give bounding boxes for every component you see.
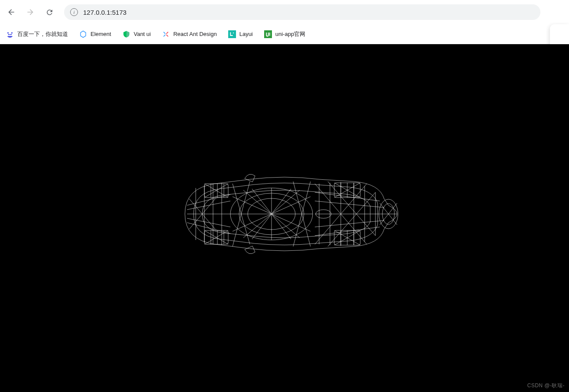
bookmark-label: uni-app官网 [275,30,305,38]
arrow-right-icon [26,8,35,16]
layui-icon [228,30,236,38]
forward-button[interactable] [23,4,38,20]
webgl-viewport[interactable]: CSDN @-耿瑞- [0,44,569,392]
bookmark-element[interactable]: Element [79,30,111,38]
browser-toolbar: i 127.0.0.1:5173 [0,0,569,24]
bookmark-label: 百度一下，你就知道 [17,30,68,38]
bookmarks-bar: 百度一下，你就知道 Element Vant ui React Ant Desi… [0,24,569,44]
svg-line-62 [315,201,384,207]
bookmark-label: React Ant Design [173,31,217,37]
watermark: CSDN @-耿瑞- [527,382,565,389]
wireframe-car-model [163,158,406,270]
element-icon [79,30,87,38]
svg-point-5 [233,32,234,33]
bookmark-uniapp[interactable]: uni-app官网 [264,30,305,38]
antdesign-icon [162,30,170,38]
bookmark-layui[interactable]: Layui [228,30,253,38]
svg-rect-1 [163,34,165,36]
reload-icon [45,8,54,16]
bookmark-vant[interactable]: Vant ui [123,30,151,38]
bookmark-antd[interactable]: React Ant Design [162,30,217,38]
svg-line-69 [328,181,375,236]
svg-line-49 [187,218,230,227]
uniapp-icon [264,30,272,38]
vant-icon [123,30,130,38]
reload-button[interactable] [42,4,57,20]
svg-rect-4 [228,30,236,38]
bookmark-baidu[interactable]: 百度一下，你就知道 [6,30,68,38]
arrow-left-icon [7,8,16,16]
svg-line-64 [315,220,384,227]
back-button[interactable] [3,4,19,20]
svg-line-47 [187,201,230,210]
svg-rect-2 [163,32,165,34]
baidu-icon [6,30,14,38]
bookmark-label: Vant ui [134,31,151,37]
svg-line-70 [328,192,375,246]
bookmark-label: Layui [239,31,253,37]
url-text: 127.0.0.1:5173 [83,9,126,16]
svg-rect-0 [166,32,168,34]
bookmark-label: Element [91,31,111,37]
address-bar[interactable]: i 127.0.0.1:5173 [64,4,540,20]
svg-rect-3 [166,34,168,36]
site-info-icon[interactable]: i [70,8,78,16]
